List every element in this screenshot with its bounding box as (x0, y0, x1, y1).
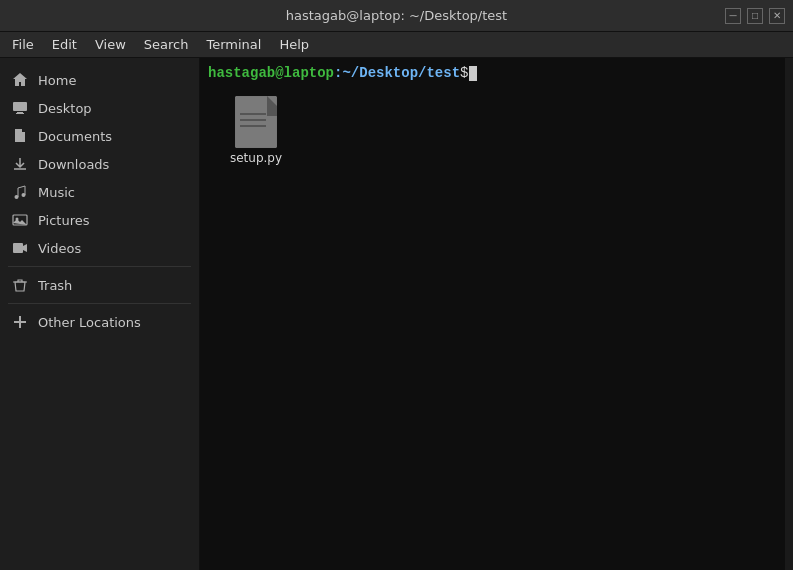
sidebar-label-pictures: Pictures (38, 213, 89, 228)
sidebar-item-other-locations[interactable]: Other Locations (0, 308, 199, 336)
sidebar-item-pictures[interactable]: Pictures (0, 206, 199, 234)
minimize-button[interactable]: ─ (725, 8, 741, 24)
music-icon (12, 184, 28, 200)
file-name-setup-py: setup.py (230, 151, 282, 165)
terminal-prompt: hastagab@laptop:~/Desktop/test$ (208, 64, 777, 84)
menu-help[interactable]: Help (271, 35, 317, 54)
svg-point-3 (15, 195, 19, 199)
sidebar-item-home[interactable]: Home (0, 66, 199, 94)
prompt-dir: test (426, 64, 460, 84)
prompt-colon: :~/Desktop/ (334, 64, 426, 84)
menu-bar: File Edit View Search Terminal Help (0, 32, 793, 58)
terminal-area[interactable]: hastagab@laptop:~/Desktop/test$ setup.py (200, 58, 785, 570)
sidebar-label-music: Music (38, 185, 75, 200)
sidebar-label-trash: Trash (38, 278, 72, 293)
sidebar-label-other-locations: Other Locations (38, 315, 141, 330)
sidebar-item-videos[interactable]: Videos (0, 234, 199, 262)
main-area: Home Desktop Documents Downloads Music (0, 58, 793, 570)
menu-terminal[interactable]: Terminal (198, 35, 269, 54)
sidebar-item-music[interactable]: Music (0, 178, 199, 206)
menu-view[interactable]: View (87, 35, 134, 54)
scrollbar[interactable] (785, 58, 793, 570)
file-line-1 (240, 113, 266, 115)
svg-point-4 (22, 193, 26, 197)
home-icon (12, 72, 28, 88)
svg-rect-0 (13, 102, 27, 111)
window-title: hastagab@laptop: ~/Desktop/test (68, 8, 725, 23)
file-icon-setup-py (235, 96, 277, 148)
trash-icon (12, 277, 28, 293)
menu-search[interactable]: Search (136, 35, 197, 54)
svg-rect-7 (13, 243, 23, 253)
sidebar-item-desktop[interactable]: Desktop (0, 94, 199, 122)
sidebar-divider (8, 266, 191, 267)
sidebar-label-downloads: Downloads (38, 157, 109, 172)
plus-icon (12, 314, 28, 330)
menu-file[interactable]: File (4, 35, 42, 54)
sidebar-label-documents: Documents (38, 129, 112, 144)
videos-icon (12, 240, 28, 256)
file-item-setup-py[interactable]: setup.py (224, 96, 288, 165)
sidebar-label-desktop: Desktop (38, 101, 92, 116)
cursor-block (469, 66, 477, 81)
file-grid: setup.py (208, 92, 777, 169)
prompt-symbol: $ (460, 64, 468, 84)
file-line-3 (240, 125, 266, 127)
sidebar-label-videos: Videos (38, 241, 81, 256)
desktop-icon (12, 100, 28, 116)
menu-edit[interactable]: Edit (44, 35, 85, 54)
downloads-icon (12, 156, 28, 172)
sidebar: Home Desktop Documents Downloads Music (0, 58, 200, 570)
file-line-2 (240, 119, 266, 121)
sidebar-label-home: Home (38, 73, 76, 88)
window-controls: ─ □ ✕ (725, 8, 785, 24)
close-button[interactable]: ✕ (769, 8, 785, 24)
svg-rect-2 (16, 113, 24, 114)
pictures-icon (12, 212, 28, 228)
sidebar-item-trash[interactable]: Trash (0, 271, 199, 299)
prompt-user: hastagab@laptop (208, 64, 334, 84)
file-icon-inner (236, 97, 276, 147)
sidebar-item-downloads[interactable]: Downloads (0, 150, 199, 178)
sidebar-divider-2 (8, 303, 191, 304)
title-bar: hastagab@laptop: ~/Desktop/test ─ □ ✕ (0, 0, 793, 32)
documents-icon (12, 128, 28, 144)
maximize-button[interactable]: □ (747, 8, 763, 24)
sidebar-item-documents[interactable]: Documents (0, 122, 199, 150)
